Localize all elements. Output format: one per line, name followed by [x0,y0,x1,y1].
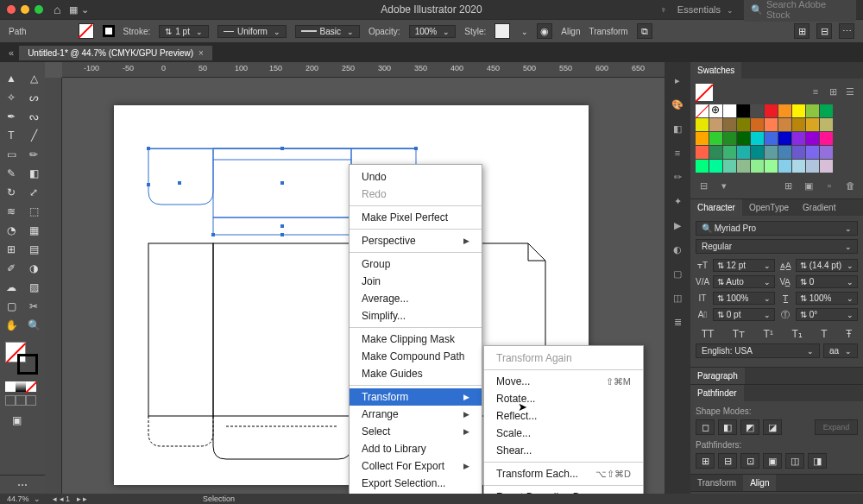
delete-swatch-icon[interactable]: 🗑 [842,178,858,193]
menu-select[interactable]: Select▶ [350,423,482,440]
char-rotation-field[interactable]: ⇅ 0° [796,308,858,321]
lasso-tool[interactable]: ᔕ [22,88,45,107]
brush-tool[interactable]: ✏ [22,145,45,164]
tracking-field[interactable]: ⇅ 0 [796,275,858,288]
vscale-field[interactable]: ⇅ 100% [713,292,775,305]
brushes-icon[interactable]: ✏ [670,169,685,185]
graphic-styles-icon[interactable]: ▢ [670,266,685,281]
opentype-tab[interactable]: OpenType [742,199,796,216]
scale-tool[interactable]: ⤢ [22,183,45,202]
draw-mode-buttons[interactable] [5,395,45,406]
style-swatch[interactable] [494,23,510,39]
rotate-tool[interactable]: ↻ [0,183,22,202]
snap-point-icon[interactable]: ⊟ [816,23,832,39]
screen-mode-icon[interactable]: ▣ [5,411,28,430]
menu-export-selection[interactable]: Export Selection... [350,475,482,492]
paragraph-panel[interactable]: Paragraph [690,368,863,385]
swatch-list-icon[interactable]: ≡ [808,84,823,99]
artboard-nav[interactable]: ◂ ◂ 1 ▸ ▸ [53,495,87,503]
menu-pixel-perfect[interactable]: Make Pixel Perfect [350,209,482,226]
discover-icon[interactable]: ♀ [660,4,667,15]
swatch-grid[interactable] [696,104,858,173]
submenu-scale[interactable]: Scale... [484,425,643,442]
menu-clip[interactable]: Make Clipping Mask [350,331,482,348]
submenu-reflect[interactable]: Reflect... [484,407,643,425]
menu-join[interactable]: Join [350,273,482,290]
transform-tab[interactable]: Transform [690,475,743,491]
width-tool[interactable]: ≋ [0,202,22,221]
document-tab[interactable]: Untitled-1* @ 44.7% (CMYK/GPU Preview) × [19,46,212,60]
menu-guides[interactable]: Make Guides [350,365,482,382]
brush-definition[interactable]: Basic [295,25,360,38]
new-swatch-icon[interactable]: ▫ [822,178,837,193]
pathfinder-tab[interactable]: Pathfinder [690,385,744,401]
blend-tool[interactable]: ◑ [22,259,45,278]
menu-arrange[interactable]: Arrange▶ [350,406,482,423]
menu-compound[interactable]: Make Compound Path [350,348,482,365]
new-group-icon[interactable]: ▣ [801,178,816,193]
close-button[interactable] [7,5,16,14]
swatch-fill-icon[interactable] [696,84,713,101]
minus-front-icon[interactable]: ◧ [718,419,737,435]
stroke-profile[interactable]: Uniform [217,25,287,38]
swatch-options-icon[interactable]: ☰ [842,84,858,99]
maximize-button[interactable] [35,5,43,14]
outline-icon[interactable]: ◫ [785,453,804,469]
crop-icon[interactable]: ▣ [763,453,782,469]
workspace-switcher[interactable]: Essentials [677,4,734,15]
swatch-libs-icon[interactable]: ⊞ [780,178,796,193]
baseline-field[interactable]: ⇅ 0 pt [713,308,775,321]
exclude-icon[interactable]: ◪ [763,419,782,435]
menu-simplify[interactable]: Simplify... [350,307,482,324]
snap-pixel-icon[interactable]: ⊞ [794,23,809,39]
divide-icon[interactable]: ⊞ [696,453,715,469]
submenu-rotate[interactable]: Rotate... [484,390,643,407]
graph-tool[interactable]: ▨ [22,278,45,297]
hscale-field[interactable]: ⇅ 100% [796,292,858,305]
align-link[interactable]: Align [561,27,580,36]
swatch-grid-icon[interactable]: ⊞ [825,84,841,99]
submenu-move[interactable]: Move...⇧⌘M [484,373,643,390]
gradient-tool[interactable]: ▤ [22,240,45,259]
type-tool[interactable]: T [0,126,22,145]
line-tool[interactable]: ╱ [22,126,45,145]
tab-home-icon[interactable]: « [9,47,14,58]
prefs-icon[interactable]: ⋯ [839,23,854,39]
zoom-field[interactable]: 44.7% [7,495,41,503]
artboard-tool[interactable]: ▢ [0,297,22,316]
align-tab[interactable]: Align [743,475,776,491]
language-field[interactable]: English: USA [696,343,820,358]
eraser-tool[interactable]: ◧ [22,164,45,183]
curvature-tool[interactable]: ᔓ [22,107,45,126]
home-icon[interactable] [54,3,60,16]
color-panel-icon[interactable]: 🎨 [670,97,685,112]
character-tab[interactable]: Character [690,199,742,216]
close-tab-icon[interactable]: × [198,48,204,58]
stroke-swatch[interactable] [103,25,115,37]
layers-icon[interactable]: ≣ [670,314,685,330]
minimize-button[interactable] [21,5,29,14]
menu-perspective[interactable]: Perspective▶ [350,232,482,249]
menu-transform[interactable]: Transform▶ [350,388,482,406]
unite-icon[interactable]: ◻ [696,419,715,435]
type-case-buttons[interactable]: TTTᴛT¹T₁TŦ [696,324,858,343]
swatches-tab[interactable]: Swatches [690,62,741,79]
menu-group[interactable]: Group [350,255,482,273]
wand-tool[interactable]: ✧ [0,88,22,107]
transform-link[interactable]: Transform [589,27,627,36]
play-icon[interactable]: ▶ [670,217,685,233]
shaper-tool[interactable]: ✎ [0,164,22,183]
eyedropper-tool[interactable]: ✐ [0,259,22,278]
selection-tool[interactable]: ▲ [0,69,22,88]
transparency-icon[interactable]: ◫ [670,290,685,306]
stock-search[interactable]: 🔍 Search Adobe Stock [744,0,856,22]
stroke-weight-field[interactable]: ⇅1 pt [159,25,209,38]
menu-collect[interactable]: Collect For Export▶ [350,457,482,475]
submenu-shear[interactable]: Shear... [484,442,643,459]
appearance-icon[interactable]: ◐ [670,242,685,257]
mesh-tool[interactable]: ⊞ [0,240,22,259]
fill-swatch[interactable] [79,23,94,39]
recolor-icon[interactable]: ◉ [537,23,552,39]
antialias-field[interactable]: aa [823,343,858,358]
symbols-icon[interactable]: ✦ [670,193,685,209]
